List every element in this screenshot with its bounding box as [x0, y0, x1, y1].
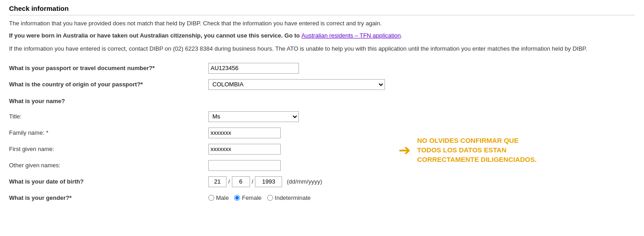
other-given-names-label: Other given names: — [9, 162, 204, 169]
gender-female-label: Female — [242, 194, 261, 201]
dob-label: What is your date of birth? — [9, 178, 204, 185]
country-row: What is the country of origin of your pa… — [9, 79, 635, 90]
gender-options: Male Female Indeterminate — [208, 194, 311, 201]
title-label: Title: — [9, 113, 204, 120]
dob-row: What is your date of birth? / / (dd/mm/y… — [9, 176, 635, 188]
first-given-name-input[interactable] — [208, 144, 281, 155]
gender-row: What is your gender?* Male Female Indete… — [9, 192, 635, 204]
warning-box: If you were born in Australia or have ta… — [9, 32, 635, 39]
country-select[interactable]: COLOMBIA — [208, 79, 385, 90]
gender-female-radio[interactable] — [234, 195, 240, 201]
dob-day-input[interactable] — [208, 176, 226, 187]
passport-label: What is your passport or travel document… — [9, 65, 204, 71]
gender-indeterminate-radio[interactable] — [267, 195, 273, 201]
gender-indeterminate-label: Indeterminate — [275, 194, 311, 201]
warning-prefix: If you were born in Australia or have ta… — [9, 32, 302, 39]
dob-year-input[interactable] — [255, 176, 282, 187]
form-section: What is your passport or travel document… — [9, 62, 635, 204]
date-row: / / (dd/mm/yyyy) — [208, 176, 322, 187]
dob-hint: (dd/mm/yyyy) — [287, 178, 322, 185]
callout-arrow-icon: ➔ — [399, 143, 411, 157]
dob-slash-1: / — [228, 178, 230, 185]
passport-input[interactable] — [208, 63, 299, 74]
callout-text: NO OLVIDES CONFIRMAR QUE TODOS LOS DATOS… — [417, 136, 544, 164]
tfn-link[interactable]: Australian residents – TFN application — [302, 32, 401, 39]
gender-male-radio[interactable] — [208, 195, 214, 201]
gender-male-option[interactable]: Male — [208, 194, 229, 201]
info-message: If the information you have entered is c… — [9, 44, 635, 53]
error-message: The information that you have provided d… — [9, 20, 635, 27]
other-given-names-input[interactable] — [208, 160, 281, 171]
first-given-name-label: First given name: — [9, 146, 204, 152]
name-heading: What is your name? — [9, 98, 635, 104]
family-name-label: Family name: * — [9, 129, 204, 136]
passport-row: What is your passport or travel document… — [9, 62, 635, 74]
title-select[interactable]: Mr Mrs Ms Miss Dr — [208, 111, 299, 122]
warning-suffix: . — [401, 32, 403, 39]
gender-label: What is your gender?* — [9, 194, 204, 201]
title-divider — [9, 15, 635, 15]
gender-indeterminate-option[interactable]: Indeterminate — [267, 194, 311, 201]
dob-month-input[interactable] — [232, 176, 250, 187]
title-row: Title: Mr Mrs Ms Miss Dr — [9, 111, 635, 123]
gender-male-label: Male — [216, 194, 229, 201]
family-name-input[interactable] — [208, 127, 281, 138]
page-title: Check information — [9, 5, 635, 12]
callout-box: ➔ NO OLVIDES CONFIRMAR QUE TODOS LOS DAT… — [399, 136, 544, 164]
country-label: What is the country of origin of your pa… — [9, 81, 204, 88]
dob-slash-2: / — [252, 178, 254, 185]
gender-female-option[interactable]: Female — [234, 194, 261, 201]
